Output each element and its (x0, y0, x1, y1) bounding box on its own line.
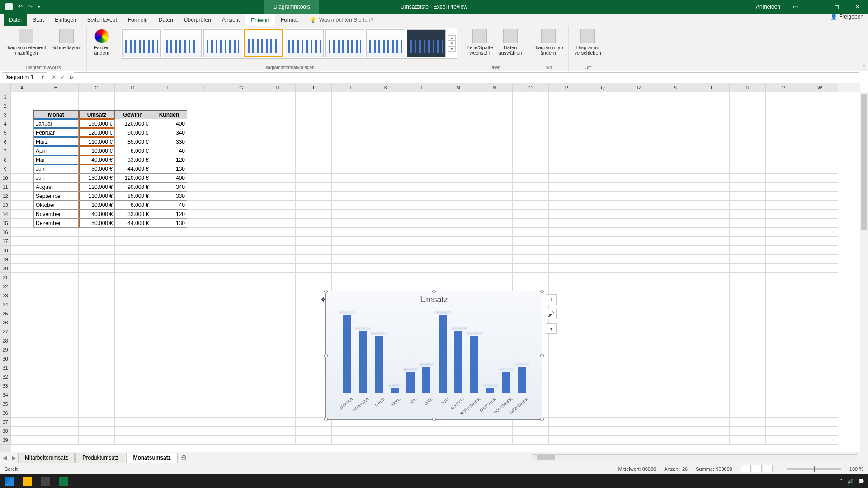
cell[interactable] (585, 228, 621, 237)
cell[interactable] (802, 390, 838, 399)
cell[interactable] (440, 282, 476, 291)
cell[interactable] (585, 318, 621, 327)
cell[interactable] (766, 110, 802, 119)
cell[interactable] (33, 246, 79, 255)
cell[interactable] (187, 372, 223, 381)
cell[interactable] (259, 345, 296, 354)
cell[interactable] (187, 427, 223, 436)
cell[interactable] (404, 101, 440, 110)
cell[interactable] (332, 201, 368, 210)
cell[interactable] (476, 128, 513, 137)
cell[interactable] (585, 183, 621, 192)
resize-handle-e[interactable] (540, 354, 544, 357)
cell[interactable] (332, 210, 368, 219)
cell[interactable] (621, 201, 657, 210)
cell[interactable] (657, 174, 693, 183)
tray-volume-icon[interactable]: 🔊 (847, 479, 854, 484)
cell[interactable] (259, 128, 296, 137)
move-chart-button[interactable]: Diagramm verschieben (572, 28, 603, 56)
cell[interactable] (223, 228, 259, 237)
cell[interactable] (259, 110, 296, 119)
cell[interactable] (223, 372, 259, 381)
cell[interactable] (187, 128, 223, 137)
cell[interactable] (440, 237, 476, 246)
cell[interactable] (621, 264, 657, 273)
cell[interactable] (585, 381, 621, 390)
cell[interactable] (766, 92, 802, 101)
cell[interactable] (693, 273, 730, 282)
cell[interactable] (766, 345, 802, 354)
row-header-20[interactable]: 20 (0, 264, 11, 273)
enter-formula-icon[interactable]: ✓ (61, 74, 65, 80)
cell[interactable] (585, 237, 621, 246)
chart-style-4[interactable] (244, 29, 283, 57)
cell[interactable] (187, 273, 223, 282)
cell[interactable] (585, 282, 621, 291)
cell[interactable] (693, 309, 730, 318)
cell[interactable] (730, 336, 766, 345)
cell[interactable] (621, 390, 657, 399)
cell[interactable] (476, 427, 513, 436)
cell[interactable] (33, 336, 79, 345)
cell[interactable] (259, 291, 296, 300)
cell[interactable] (79, 372, 115, 381)
cell[interactable] (296, 228, 332, 237)
cell[interactable] (79, 309, 115, 318)
cell[interactable] (332, 264, 368, 273)
tray-notifications-icon[interactable]: 💬 (858, 479, 864, 484)
cell[interactable] (766, 146, 802, 155)
cell[interactable] (368, 246, 404, 255)
cell[interactable] (332, 183, 368, 192)
column-header-O[interactable]: O (513, 83, 549, 92)
cell[interactable] (693, 146, 730, 155)
cell[interactable] (766, 237, 802, 246)
cell[interactable] (476, 101, 513, 110)
cell[interactable] (11, 110, 33, 119)
cell[interactable] (730, 246, 766, 255)
resize-handle-n[interactable] (432, 290, 436, 293)
share-button[interactable]: 👤 Freigeben (830, 14, 863, 20)
cell[interactable] (730, 164, 766, 174)
embedded-chart[interactable]: ✥ Umsatz 150.000 €JANUAR120.000 €FEBRUAR… (326, 291, 542, 420)
cell[interactable] (223, 291, 259, 300)
cell[interactable] (404, 119, 440, 128)
cell[interactable] (766, 436, 802, 445)
cell[interactable] (621, 237, 657, 246)
cell[interactable] (585, 291, 621, 300)
cell[interactable] (513, 246, 549, 255)
cell[interactable] (549, 146, 585, 155)
cell[interactable] (513, 427, 549, 436)
cell[interactable] (259, 327, 296, 336)
cell[interactable] (187, 201, 223, 210)
cell[interactable] (259, 255, 296, 264)
cell[interactable] (621, 418, 657, 427)
cell[interactable] (223, 183, 259, 192)
cell[interactable] (802, 354, 838, 363)
cell[interactable] (802, 192, 838, 201)
cell[interactable] (657, 318, 693, 327)
column-header-U[interactable]: U (730, 83, 766, 92)
cell[interactable] (223, 92, 259, 101)
cell[interactable] (621, 110, 657, 119)
cell[interactable] (730, 300, 766, 309)
cell[interactable] (296, 110, 332, 119)
cell[interactable] (621, 92, 657, 101)
taskbar-excel[interactable] (54, 474, 72, 488)
cell[interactable] (476, 228, 513, 237)
cell[interactable] (151, 246, 187, 255)
cell[interactable] (693, 300, 730, 309)
cell[interactable] (296, 237, 332, 246)
cell[interactable] (693, 137, 730, 146)
cell[interactable] (730, 119, 766, 128)
formula-bar-input[interactable] (74, 72, 859, 82)
cell[interactable] (115, 92, 151, 101)
cell[interactable] (513, 255, 549, 264)
cell[interactable]: 130 (151, 219, 187, 228)
cell[interactable] (187, 92, 223, 101)
cell[interactable] (585, 201, 621, 210)
cell[interactable] (730, 291, 766, 300)
cell[interactable] (440, 174, 476, 183)
row-header-10[interactable]: 10 (0, 174, 11, 183)
cell[interactable] (11, 146, 33, 155)
cell[interactable] (151, 336, 187, 345)
